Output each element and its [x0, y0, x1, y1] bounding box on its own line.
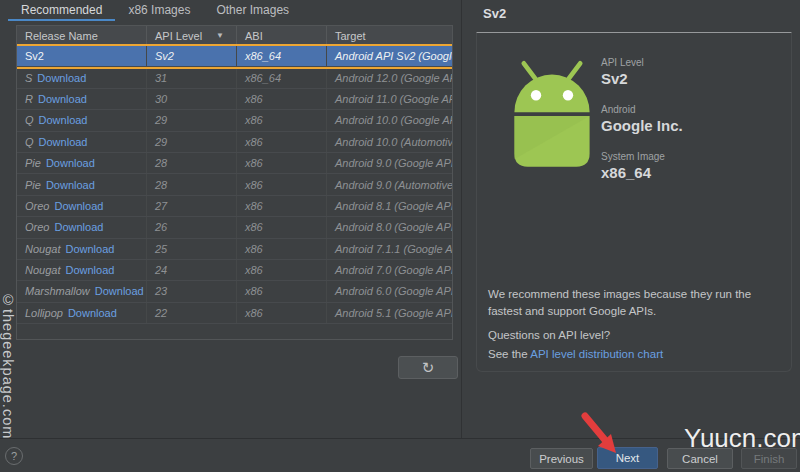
system-image-label: System Image [601, 151, 683, 162]
download-link[interactable]: Download [39, 136, 88, 148]
api-level-cell: 26 [147, 217, 237, 237]
api-level-cell: 25 [147, 239, 237, 259]
table-row[interactable]: R Download 30 x86 Android 11.0 (Google A… [17, 89, 452, 110]
previous-button[interactable]: Previous [530, 448, 593, 469]
api-level-cell: 29 [147, 132, 237, 152]
vendor-value: Google Inc. [601, 117, 683, 134]
tab-other-images[interactable]: Other Images [203, 0, 302, 21]
target-cell: Android 8.1 (Google APIs) [327, 196, 452, 216]
target-cell: Android 10.0 (Google APIs) [327, 110, 452, 130]
column-header-target[interactable]: Target [327, 26, 452, 45]
api-distribution-chart-link[interactable]: API level distribution chart [530, 348, 663, 360]
system-image-table: Release Name API Level ▼ ABI Target Sv2 … [16, 25, 453, 340]
download-link[interactable]: Download [65, 264, 114, 276]
column-header-abi[interactable]: ABI [237, 26, 327, 45]
release-name-label: Nougat [25, 264, 60, 276]
release-name-cell: Q Download [17, 132, 147, 152]
tab-x86-images[interactable]: x86 Images [115, 0, 203, 21]
abi-cell: x86 [237, 153, 327, 173]
target-cell: Android 12.0 (Google APIs) [327, 67, 452, 87]
table-row[interactable]: Nougat Download 24 x86 Android 7.0 (Goog… [17, 260, 452, 281]
column-header-release-name[interactable]: Release Name [17, 26, 147, 45]
footer-divider [0, 438, 800, 439]
target-cell: Android 9.0 (Automotive) [327, 174, 452, 194]
release-name-cell: Oreo Download [17, 196, 147, 216]
table-row[interactable]: Pie Download 28 x86 Android 9.0 (Google … [17, 153, 452, 174]
abi-cell: x86 [237, 196, 327, 216]
image-type-tabs: Recommended x86 Images Other Images [8, 0, 302, 21]
table-row[interactable]: Marshmallow Download 23 x86 Android 6.0 … [17, 281, 452, 302]
table-header-row: Release Name API Level ▼ ABI Target [17, 26, 452, 46]
panel-divider [461, 0, 462, 438]
table-row[interactable]: Nougat Download 25 x86 Android 7.1.1 (Go… [17, 239, 452, 260]
api-level-cell: 28 [147, 153, 237, 173]
table-row[interactable]: S Download 31 x86_64 Android 12.0 (Googl… [17, 67, 452, 88]
abi-cell: x86 [237, 174, 327, 194]
target-cell: Android 7.0 (Google APIs) [327, 260, 452, 280]
table-row[interactable]: Sv2 Sv2 x86_64 Android API Sv2 (Google A… [17, 46, 452, 67]
next-button[interactable]: Next [597, 447, 658, 469]
target-cell: Android 8.0 (Google APIs) [327, 217, 452, 237]
download-link[interactable]: Download [46, 179, 95, 191]
release-name-cell: Q Download [17, 110, 147, 130]
target-cell: Android 7.1.1 (Google APIs) [327, 239, 452, 259]
download-link[interactable]: Download [39, 114, 88, 126]
cancel-button[interactable]: Cancel [667, 448, 733, 469]
download-link[interactable]: Download [65, 243, 114, 255]
abi-cell: x86 [237, 89, 327, 109]
abi-cell: x86 [237, 260, 327, 280]
download-link[interactable]: Download [46, 157, 95, 169]
release-name-cell: Marshmallow Download [17, 281, 147, 301]
abi-cell: x86 [237, 110, 327, 130]
abi-cell: x86 [237, 281, 327, 301]
release-name-cell: Lollipop Download [17, 303, 147, 323]
api-level-cell: 29 [147, 110, 237, 130]
target-cell: Android 6.0 (Google APIs) [327, 281, 452, 301]
download-link[interactable]: Download [54, 200, 103, 212]
download-link[interactable]: Download [95, 285, 144, 297]
refresh-icon: ↻ [422, 359, 435, 377]
table-row[interactable]: Lollipop Download 22 x86 Android 5.1 (Go… [17, 303, 452, 324]
download-link[interactable]: Download [54, 221, 103, 233]
release-name-cell: Sv2 [17, 46, 147, 66]
table-row[interactable]: Oreo Download 27 x86 Android 8.1 (Google… [17, 196, 452, 217]
release-name-label: Q [25, 136, 34, 148]
api-level-header-label: API Level [155, 30, 202, 42]
column-header-api-level[interactable]: API Level ▼ [147, 26, 237, 45]
release-name-label: Oreo [25, 200, 49, 212]
release-name-label: Marshmallow [25, 285, 90, 297]
table-row[interactable]: Pie Download 28 x86 Android 9.0 (Automot… [17, 174, 452, 195]
api-level-cell: Sv2 [147, 46, 237, 66]
abi-cell: x86 [237, 239, 327, 259]
api-question-text: Questions on API level? [488, 329, 610, 341]
download-link[interactable]: Download [38, 93, 87, 105]
abi-cell: x86_64 [237, 46, 327, 66]
download-link[interactable]: Download [68, 307, 117, 319]
help-button[interactable]: ? [5, 447, 23, 465]
sort-descending-icon[interactable]: ▼ [216, 31, 224, 40]
target-cell: Android 9.0 (Google APIs) [327, 153, 452, 173]
refresh-button[interactable]: ↻ [398, 356, 458, 379]
see-chart-line: See the API level distribution chart [488, 348, 663, 360]
image-details-panel: API Level Sv2 Android Google Inc. System… [476, 32, 792, 372]
release-name-label: Pie [25, 157, 41, 169]
release-name-cell: R Download [17, 89, 147, 109]
api-level-cell: 31 [147, 67, 237, 87]
api-level-value: Sv2 [601, 70, 683, 87]
release-name-cell: Pie Download [17, 153, 147, 173]
download-link[interactable]: Download [37, 72, 86, 84]
api-level-cell: 27 [147, 196, 237, 216]
image-info-column: API Level Sv2 Android Google Inc. System… [601, 57, 683, 198]
tab-recommended[interactable]: Recommended [8, 0, 115, 21]
abi-cell: x86_64 [237, 67, 327, 87]
release-name-label: Nougat [25, 243, 60, 255]
release-name-label: Pie [25, 179, 41, 191]
table-row[interactable]: Oreo Download 26 x86 Android 8.0 (Google… [17, 217, 452, 238]
table-row[interactable]: Q Download 29 x86 Android 10.0 (Automoti… [17, 132, 452, 153]
question-mark-icon: ? [11, 450, 17, 462]
target-cell: Android 10.0 (Automotive wit [327, 132, 452, 152]
table-row[interactable]: Q Download 29 x86 Android 10.0 (Google A… [17, 110, 452, 131]
watermark-thegeekpage: ©thegeekpage.com [0, 292, 16, 439]
release-name-label: Lollipop [25, 307, 63, 319]
api-level-cell: 22 [147, 303, 237, 323]
